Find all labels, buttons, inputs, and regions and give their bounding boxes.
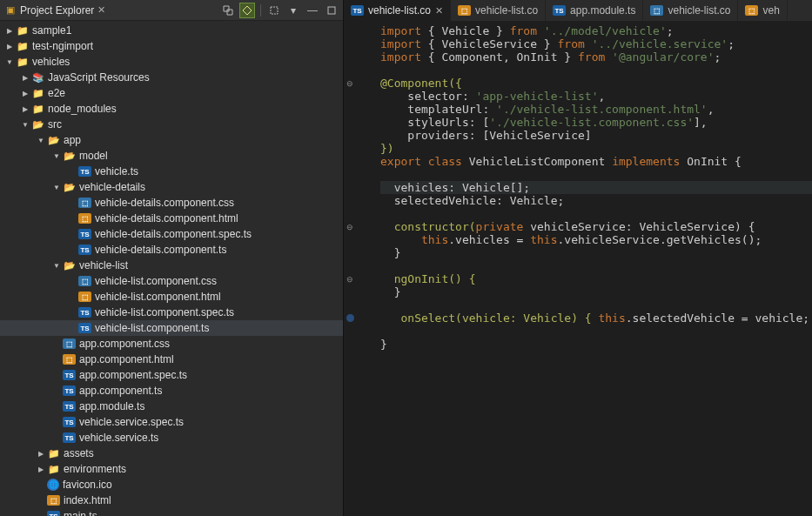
folder-nodemodules[interactable]: ▶📁node_modules	[0, 101, 343, 117]
link-editor-icon[interactable]	[239, 3, 255, 18]
editor-panel: TSvehicle-list.co✕ ⬚vehicle-list.co TSap…	[344, 0, 812, 516]
svg-rect-1	[328, 7, 335, 14]
ts-icon: TS	[351, 5, 364, 16]
file-app-css[interactable]: ⬚app.component.css	[0, 336, 343, 352]
css-icon: ⬚	[650, 5, 663, 16]
sidebar-title: Project Explorer	[20, 4, 94, 17]
sidebar-header: ▣ Project Explorer ✕ ▾ —	[0, 0, 343, 21]
tab-app-module[interactable]: TSapp.module.ts	[546, 0, 643, 21]
file-app-ts[interactable]: TSapp.component.ts	[0, 383, 343, 399]
focus-icon[interactable]	[266, 3, 282, 18]
editor-tab-bar: TSvehicle-list.co✕ ⬚vehicle-list.co TSap…	[344, 0, 812, 21]
file-app-spec[interactable]: TSapp.component.spec.ts	[0, 367, 343, 383]
project-vehicles[interactable]: ▼📁vehicles	[0, 54, 343, 70]
folder-vehicle-list[interactable]: ▼📂vehicle-list	[0, 258, 343, 273]
file-vs-ts[interactable]: TSvehicle.service.ts	[0, 430, 343, 446]
folder-e2e[interactable]: ▶📁e2e	[0, 85, 343, 101]
file-vl-html[interactable]: ⬚vehicle-list.component.html	[0, 289, 343, 305]
project-explorer-panel: ▣ Project Explorer ✕ ▾ — ▶📁sample1 ▶📁tes…	[0, 0, 344, 516]
tab-vehicle-list-ts[interactable]: TSvehicle-list.co✕	[344, 0, 451, 21]
close-icon[interactable]: ✕	[97, 4, 105, 16]
file-vd-html[interactable]: ⬚vehicle-details.component.html	[0, 211, 343, 226]
fold-icon[interactable]: ⊖	[344, 220, 356, 233]
fold-icon[interactable]: ⊖	[344, 77, 356, 90]
file-tree[interactable]: ▶📁sample1 ▶📁test-ngimport ▼📁vehicles ▶📚J…	[0, 21, 343, 516]
tab-overflow[interactable]: ⬚veh	[738, 0, 787, 21]
ts-icon: TS	[553, 5, 566, 16]
file-vehicle-ts[interactable]: TSvehicle.ts	[0, 164, 343, 179]
minimize-icon[interactable]: —	[305, 3, 320, 18]
folder-vehicle-details[interactable]: ▼📂vehicle-details	[0, 179, 343, 195]
folder-src[interactable]: ▼📂src	[0, 117, 343, 132]
file-vd-css[interactable]: ⬚vehicle-details.component.css	[0, 195, 343, 211]
file-app-html[interactable]: ⬚app.component.html	[0, 352, 343, 367]
svg-rect-0	[271, 7, 278, 14]
editor-gutter[interactable]: ⊖ ⊖ ⊖	[344, 21, 375, 516]
file-app-module[interactable]: TSapp.module.ts	[0, 399, 343, 414]
collapse-all-icon[interactable]	[220, 3, 236, 18]
file-main[interactable]: TSmain.ts	[0, 508, 343, 516]
maximize-icon[interactable]	[324, 3, 339, 18]
folder-app[interactable]: ▼📂app	[0, 132, 343, 148]
file-vl-spec[interactable]: TSvehicle-list.component.spec.ts	[0, 305, 343, 320]
file-vd-ts[interactable]: TSvehicle-details.component.ts	[0, 242, 343, 258]
file-vd-spec[interactable]: TSvehicle-details.component.spec.ts	[0, 226, 343, 242]
view-menu-icon[interactable]: ▾	[285, 3, 301, 18]
folder-assets[interactable]: ▶📁assets	[0, 446, 343, 461]
breakpoint-icon[interactable]	[346, 314, 354, 322]
tab-vehicle-list-css[interactable]: ⬚vehicle-list.co	[643, 0, 738, 21]
project-explorer-icon: ▣	[3, 3, 17, 17]
folder-model[interactable]: ▼📂model	[0, 148, 343, 164]
folder-env[interactable]: ▶📁environments	[0, 461, 343, 477]
close-icon[interactable]: ✕	[435, 5, 443, 17]
code-editor[interactable]: import { Vehicle } from '../model/vehicl…	[375, 21, 812, 516]
project-sample1[interactable]: ▶📁sample1	[0, 23, 343, 38]
file-vl-ts[interactable]: TSvehicle-list.component.ts	[0, 320, 343, 336]
project-testng[interactable]: ▶📁test-ngimport	[0, 38, 343, 54]
file-vs-spec[interactable]: TSvehicle.service.spec.ts	[0, 414, 343, 430]
fold-icon[interactable]: ⊖	[344, 272, 356, 285]
file-index[interactable]: ⬚index.html	[0, 493, 343, 508]
file-vl-css[interactable]: ⬚vehicle-list.component.css	[0, 273, 343, 289]
tab-vehicle-list-html[interactable]: ⬚vehicle-list.co	[451, 0, 546, 21]
html-icon: ⬚	[745, 5, 758, 16]
file-favicon[interactable]: 🌐favicon.ico	[0, 477, 343, 493]
folder-jsresources[interactable]: ▶📚JavaScript Resources	[0, 70, 343, 85]
html-icon: ⬚	[458, 5, 471, 16]
